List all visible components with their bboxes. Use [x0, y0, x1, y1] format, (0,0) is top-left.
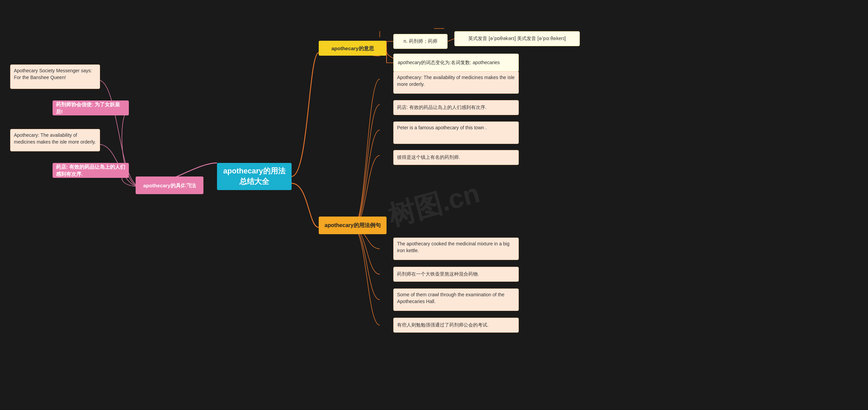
- center-node: apothecary的用法总结大全: [217, 163, 292, 190]
- usage-node-3: Apothecary: The availability of medicine…: [10, 129, 100, 151]
- example-node-7: Some of them crawl through the examinati…: [393, 288, 519, 311]
- usage-node-2: 药剂师协会信使: 为了女妖皇后!: [53, 100, 129, 115]
- examples-branch-node: apothecary的用法例句: [319, 217, 387, 234]
- svg-line-3: [448, 39, 454, 41]
- example-node-4: 彼得是这个镇上有名的药剂师.: [393, 150, 519, 165]
- example-node-3: Peter is a famous apothecary of this tow…: [393, 122, 519, 144]
- example-node-6: 药剂师在一个大铁壶里熬这种混合药物.: [393, 267, 519, 282]
- usage-node-1: Apothecary Society Messenger says: For t…: [10, 64, 100, 89]
- example-node-8: 有些人则勉勉强强通过了药剂师公会的考试.: [393, 318, 519, 333]
- usage-node-4: 药店: 有效的药品让岛上的人们感到有次序.: [53, 163, 129, 178]
- examples-label: apothecary的用法例句: [324, 222, 380, 229]
- example-node-1: Apothecary: The availability of medicine…: [393, 71, 519, 94]
- mind-map: apothecary的用法总结大全 apothecary的意思 apotheca…: [0, 0, 868, 410]
- center-label: apothecary的用法总结大全: [222, 166, 286, 187]
- meaning-node-2: 英式发音 [əˈpɒθəkərɪ] 美式发音 [əˈpɑːθəkerɪ]: [454, 31, 580, 46]
- example-node-5: The apothecary cooked the medicinal mixt…: [393, 238, 519, 260]
- meaning-label: apothecary的意思: [331, 45, 374, 52]
- ru-label: 如：: [183, 183, 195, 191]
- meaning-node-1: n. 药剂师；药师: [393, 34, 448, 49]
- watermark: 树图.cn: [384, 175, 484, 235]
- example-node-2: 药店: 有效的药品让岛上的人们感到有次序.: [393, 100, 519, 115]
- meaning-branch-node: apothecary的意思: [319, 41, 387, 56]
- meaning-node-3: apothecary的词态变化为:名词复数: apothecaries: [393, 54, 519, 72]
